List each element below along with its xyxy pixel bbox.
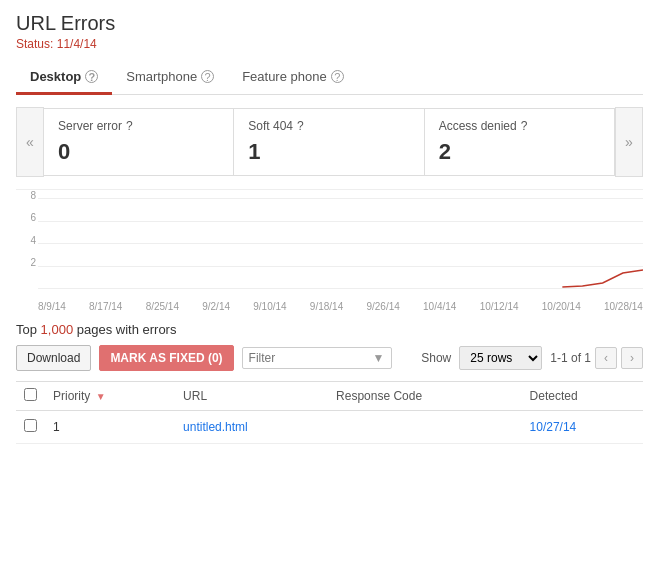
page-status: Status: 11/4/14 bbox=[16, 37, 643, 51]
tab-smartphone-label: Smartphone bbox=[126, 69, 197, 84]
error-cards-container: « Server error ? 0 Soft 404 ? 1 Access d… bbox=[16, 107, 643, 177]
row-url-link[interactable]: untitled.html bbox=[183, 420, 248, 434]
y-label-4: 4 bbox=[16, 235, 36, 246]
card-access-denied: Access denied ? 2 bbox=[424, 108, 615, 176]
page-title: URL Errors bbox=[16, 12, 643, 35]
x-label-0: 8/9/14 bbox=[38, 301, 66, 312]
priority-sort-arrow: ▼ bbox=[96, 391, 106, 402]
tab-feature-phone[interactable]: Feature phone ? bbox=[228, 61, 358, 95]
row-checkbox-cell bbox=[16, 411, 45, 444]
col-header-checkbox bbox=[16, 382, 45, 411]
status-date: 11/4/14 bbox=[57, 37, 97, 51]
pagination: 1-1 of 1 ‹ › bbox=[550, 347, 643, 369]
card-soft-404: Soft 404 ? 1 bbox=[233, 108, 424, 176]
filter-container: ▼ bbox=[242, 347, 392, 369]
chart-y-labels: 8 6 4 2 bbox=[16, 190, 36, 279]
x-label-7: 10/4/14 bbox=[423, 301, 456, 312]
x-label-5: 9/18/14 bbox=[310, 301, 343, 312]
col-header-url: URL bbox=[175, 382, 328, 411]
cards-prev-arrow[interactable]: « bbox=[16, 107, 44, 177]
page-container: URL Errors Status: 11/4/14 Desktop ? Sma… bbox=[0, 0, 659, 456]
soft-404-help-icon[interactable]: ? bbox=[297, 119, 304, 133]
desktop-help-icon[interactable]: ? bbox=[85, 70, 98, 83]
y-label-6: 6 bbox=[16, 212, 36, 223]
x-label-9: 10/20/14 bbox=[542, 301, 581, 312]
rows-select[interactable]: 25 rows 50 rows 100 rows bbox=[459, 346, 542, 370]
x-label-2: 8/25/14 bbox=[146, 301, 179, 312]
download-button[interactable]: Download bbox=[16, 345, 91, 371]
tab-desktop[interactable]: Desktop ? bbox=[16, 61, 112, 95]
chart-area: 8 6 4 2 bbox=[16, 189, 643, 299]
tab-feature-phone-label: Feature phone bbox=[242, 69, 327, 84]
chart-svg bbox=[38, 198, 643, 288]
data-table: Priority ▼ URL Response Code Detected 1 … bbox=[16, 381, 643, 444]
grid-line-0 bbox=[38, 288, 643, 289]
y-label-2: 2 bbox=[16, 257, 36, 268]
card-access-denied-value: 2 bbox=[439, 139, 600, 165]
server-error-help-icon[interactable]: ? bbox=[126, 119, 133, 133]
card-server-error-value: 0 bbox=[58, 139, 219, 165]
filter-icon: ▼ bbox=[373, 351, 385, 365]
chart-inner bbox=[38, 198, 643, 288]
x-label-3: 9/2/14 bbox=[202, 301, 230, 312]
row-url-cell: untitled.html bbox=[175, 411, 328, 444]
page-header: URL Errors Status: 11/4/14 bbox=[16, 12, 643, 51]
section-title: Top 1,000 pages with errors bbox=[16, 322, 643, 337]
cards-next-arrow[interactable]: » bbox=[615, 107, 643, 177]
filter-input[interactable] bbox=[249, 351, 369, 365]
y-label-8: 8 bbox=[16, 190, 36, 201]
show-label: Show bbox=[421, 351, 451, 365]
table-row: 1 untitled.html 10/27/14 bbox=[16, 411, 643, 444]
row-priority-cell: 1 bbox=[45, 411, 175, 444]
pagination-next-button[interactable]: › bbox=[621, 347, 643, 369]
mark-fixed-button[interactable]: MARK AS FIXED (0) bbox=[99, 345, 233, 371]
pagination-info: 1-1 of 1 bbox=[550, 351, 591, 365]
col-header-priority[interactable]: Priority ▼ bbox=[45, 382, 175, 411]
tab-smartphone[interactable]: Smartphone ? bbox=[112, 61, 228, 95]
card-soft-404-value: 1 bbox=[248, 139, 409, 165]
x-label-4: 9/10/14 bbox=[253, 301, 286, 312]
chart-x-labels: 8/9/14 8/17/14 8/25/14 9/2/14 9/10/14 9/… bbox=[38, 301, 643, 312]
tabs-container: Desktop ? Smartphone ? Feature phone ? bbox=[16, 61, 643, 95]
pagination-prev-button[interactable]: ‹ bbox=[595, 347, 617, 369]
row-response-code-cell bbox=[328, 411, 522, 444]
row-detected-cell: 10/27/14 bbox=[522, 411, 643, 444]
cards-row: Server error ? 0 Soft 404 ? 1 Access den… bbox=[44, 108, 615, 176]
access-denied-help-icon[interactable]: ? bbox=[521, 119, 528, 133]
toolbar: Download MARK AS FIXED (0) ▼ Show 25 row… bbox=[16, 345, 643, 371]
feature-phone-help-icon[interactable]: ? bbox=[331, 70, 344, 83]
select-all-checkbox[interactable] bbox=[24, 388, 37, 401]
col-header-detected: Detected bbox=[522, 382, 643, 411]
card-server-error-label: Server error ? bbox=[58, 119, 219, 133]
tab-desktop-label: Desktop bbox=[30, 69, 81, 84]
x-label-8: 10/12/14 bbox=[480, 301, 519, 312]
row-checkbox[interactable] bbox=[24, 419, 37, 432]
card-server-error: Server error ? 0 bbox=[43, 108, 234, 176]
x-label-6: 9/26/14 bbox=[366, 301, 399, 312]
x-label-1: 8/17/14 bbox=[89, 301, 122, 312]
x-label-10: 10/28/14 bbox=[604, 301, 643, 312]
smartphone-help-icon[interactable]: ? bbox=[201, 70, 214, 83]
col-header-response-code: Response Code bbox=[328, 382, 522, 411]
status-label: Status: bbox=[16, 37, 53, 51]
card-soft-404-label: Soft 404 ? bbox=[248, 119, 409, 133]
card-access-denied-label: Access denied ? bbox=[439, 119, 600, 133]
table-header-row: Priority ▼ URL Response Code Detected bbox=[16, 382, 643, 411]
